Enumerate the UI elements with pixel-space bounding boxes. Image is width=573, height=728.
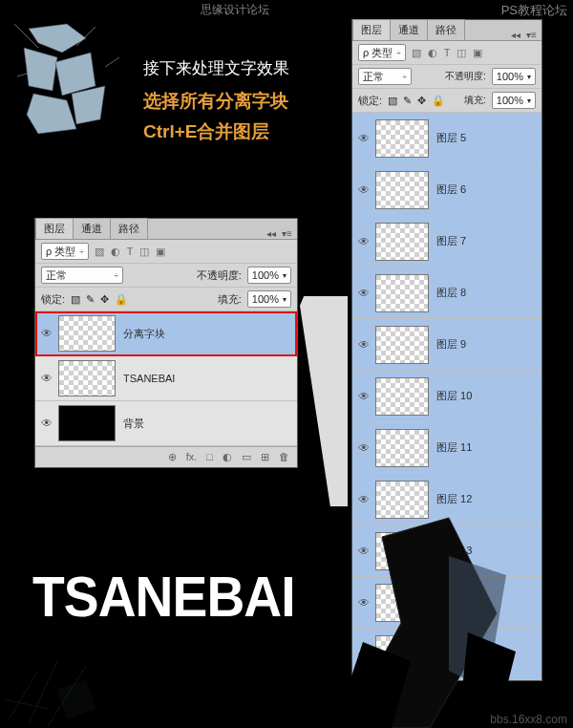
layer-thumbnail[interactable] — [375, 326, 429, 364]
layer-name[interactable]: 图层 5 — [436, 131, 466, 145]
visibility-icon[interactable]: 👁 — [352, 390, 375, 403]
panel-menu-icon-lg[interactable]: ▾≡ — [526, 31, 536, 40]
tsanebai-text: TSANEBAI — [32, 564, 295, 630]
kind-dropdown-lg[interactable]: ρ 类型÷ — [358, 44, 406, 61]
layer-name[interactable]: 图层 11 — [436, 440, 472, 455]
layers-list-small: 👁分离字块👁TSANEBAI👁背景 — [35, 311, 297, 446]
visibility-icon[interactable]: 👁 — [35, 327, 58, 340]
footer-icon-5[interactable]: ⊞ — [261, 451, 269, 463]
tab-layers-lg[interactable]: 图层 — [352, 19, 391, 40]
filter-row: ρ 类型÷ ▧ ◐ T ◫ ▣ — [35, 240, 297, 264]
layer-thumbnail[interactable] — [58, 315, 116, 352]
lock-trans-icon[interactable]: ▧ — [71, 293, 80, 306]
filter-smart-icon[interactable]: ▣ — [156, 246, 165, 258]
tab-channels-lg[interactable]: 通道 — [390, 19, 428, 40]
fill-input-lg[interactable]: 100%▾ — [492, 92, 536, 109]
layer-row[interactable]: 👁图层 8 — [352, 268, 541, 319]
opacity-label: 不透明度: — [197, 268, 242, 283]
filter-adjust-icon[interactable]: ◐ — [428, 47, 437, 59]
layer-thumbnail[interactable] — [375, 171, 429, 209]
visibility-icon[interactable]: 👁 — [352, 338, 375, 352]
lock-move-icon[interactable]: ✥ — [417, 95, 426, 107]
lock-paint-icon[interactable]: ✎ — [86, 293, 95, 306]
filter-adjust-icon[interactable]: ◐ — [111, 246, 120, 258]
layer-thumbnail[interactable] — [375, 223, 429, 261]
opacity-label-lg: 不透明度: — [445, 70, 486, 83]
layer-row[interactable]: 👁图层 5 — [352, 113, 541, 164]
tab-paths[interactable]: 路径 — [110, 218, 148, 239]
layer-name[interactable]: 图层 9 — [436, 337, 466, 352]
footer-icon-0[interactable]: ⊕ — [168, 451, 177, 463]
filter-pixel-icon[interactable]: ▧ — [95, 246, 104, 258]
layer-thumbnail[interactable] — [375, 377, 429, 416]
fill-input[interactable]: 100%▾ — [247, 290, 291, 308]
layer-name[interactable]: 分离字块 — [123, 327, 165, 341]
visibility-icon[interactable]: 👁 — [352, 132, 375, 145]
annot-line3: Ctrl+E合并图层 — [143, 119, 289, 144]
panel-collapse-icon-lg[interactable]: ◂◂ — [511, 31, 520, 40]
layer-row[interactable]: 👁图层 7 — [352, 216, 541, 268]
opacity-input[interactable]: 100%▾ — [247, 267, 291, 284]
watermark-bottom-right: bbs.16xx8.com — [490, 713, 567, 726]
svg-marker-18 — [57, 680, 96, 718]
lock-trans-icon[interactable]: ▧ — [388, 95, 397, 107]
layer-name[interactable]: TSANEBAI — [123, 373, 175, 384]
layer-name[interactable]: 图层 6 — [436, 182, 466, 197]
layer-row[interactable]: 👁分离字块 — [35, 311, 297, 356]
visibility-icon[interactable]: 👁 — [352, 183, 375, 197]
tab-channels[interactable]: 通道 — [73, 218, 111, 239]
visibility-icon[interactable]: 👁 — [352, 287, 375, 300]
layer-thumbnail[interactable] — [375, 119, 429, 158]
layer-name[interactable]: 图层 8 — [436, 286, 466, 300]
opacity-input-lg[interactable]: 100%▾ — [492, 68, 536, 85]
tab-layers[interactable]: 图层 — [35, 218, 74, 239]
bottom-glass-graphic — [0, 642, 134, 728]
shattered-2-graphic — [10, 19, 124, 143]
panel-menu-icon[interactable]: ▾≡ — [282, 229, 291, 239]
svg-marker-1 — [24, 48, 57, 91]
footer-icon-4[interactable]: ▭ — [242, 451, 251, 463]
footer-icon-2[interactable]: □ — [206, 451, 213, 463]
visibility-icon[interactable]: 👁 — [352, 441, 375, 455]
filter-shape-icon[interactable]: ◫ — [456, 47, 466, 59]
footer-icon-1[interactable]: fx. — [186, 451, 198, 463]
svg-marker-2 — [55, 53, 96, 96]
layer-row[interactable]: 👁TSANEBAI — [35, 356, 297, 401]
visibility-icon[interactable]: 👁 — [352, 235, 375, 248]
layer-row[interactable]: 👁图层 10 — [352, 371, 541, 422]
layer-row[interactable]: 👁图层 6 — [352, 164, 541, 216]
annot-line2: 选择所有分离字块 — [143, 89, 289, 114]
filter-smart-icon[interactable]: ▣ — [473, 47, 482, 59]
blend-mode-dropdown-lg[interactable]: 正常÷ — [358, 68, 412, 85]
kind-dropdown[interactable]: ρ 类型÷ — [41, 243, 89, 260]
layer-thumbnail[interactable] — [375, 429, 429, 467]
filter-type-icon[interactable]: T — [127, 246, 134, 258]
layer-thumbnail[interactable] — [58, 405, 116, 441]
layer-name[interactable]: 背景 — [123, 417, 144, 431]
layer-name[interactable]: 图层 10 — [436, 389, 472, 403]
visibility-icon[interactable]: 👁 — [35, 372, 58, 385]
filter-shape-icon[interactable]: ◫ — [139, 246, 149, 258]
footer-icon-6[interactable]: 🗑 — [279, 451, 289, 463]
lock-all-icon[interactable]: 🔒 — [432, 95, 445, 107]
svg-line-15 — [29, 661, 57, 723]
panel-collapse-icon[interactable]: ◂◂ — [266, 229, 276, 239]
annot-line1: 接下来处理文字效果 — [143, 57, 289, 79]
blend-mode-dropdown[interactable]: 正常÷ — [41, 267, 123, 284]
layer-row[interactable]: 👁背景 — [35, 401, 297, 446]
layer-row[interactable]: 👁图层 9 — [352, 319, 541, 371]
lock-paint-icon[interactable]: ✎ — [403, 95, 412, 107]
filter-pixel-icon[interactable]: ▧ — [412, 47, 421, 59]
tab-paths-lg[interactable]: 路径 — [427, 19, 465, 40]
lock-move-icon[interactable]: ✥ — [100, 293, 109, 306]
filter-type-icon[interactable]: T — [444, 47, 451, 59]
lock-all-icon[interactable]: 🔒 — [115, 293, 128, 306]
layer-name[interactable]: 图层 7 — [436, 234, 466, 248]
layer-row[interactable]: 👁图层 11 — [352, 422, 541, 474]
layer-thumbnail[interactable] — [375, 274, 429, 312]
watermark-top-right: PS教程论坛 — [501, 2, 567, 19]
visibility-icon[interactable]: 👁 — [35, 417, 58, 430]
blend-row: 正常÷ 不透明度: 100%▾ — [35, 264, 297, 288]
footer-icon-3[interactable]: ◐ — [223, 451, 232, 463]
layer-thumbnail[interactable] — [58, 360, 116, 396]
